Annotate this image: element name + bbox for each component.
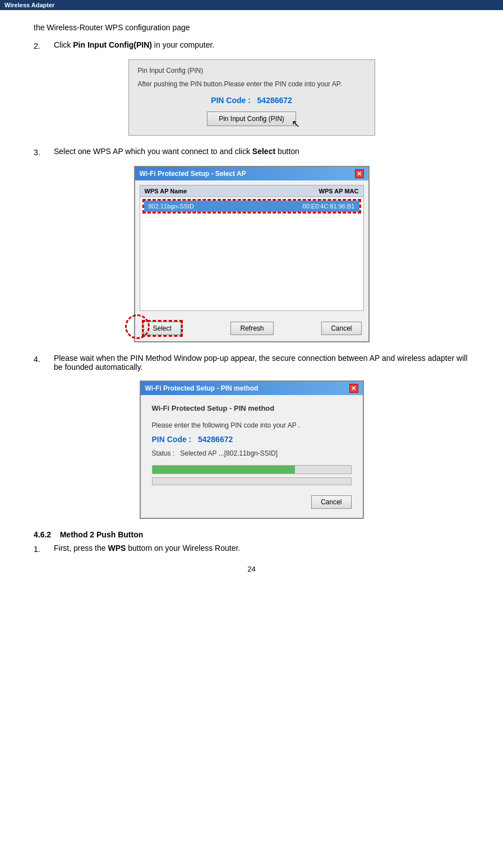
cancel-button[interactable]: Cancel [321,322,361,335]
pin-method-close-button[interactable]: ✕ [349,384,358,393]
dashed-circle [125,314,150,339]
step-1-462-text: First, press the WPS buttom on your Wire… [54,544,469,553]
section-462-heading: 4.6.2 Method 2 Push Button [34,530,469,539]
refresh-button[interactable]: Refresh [230,322,273,335]
pm-description: Please enter the following PIN code into… [152,421,352,429]
pm-status-value: Selected AP ...[802.11bgn-SSID] [180,449,278,457]
step-2-number: 2. [34,40,54,50]
top-bar: Wireless Adapter [0,0,503,10]
cursor-icon: ↖ [292,118,300,130]
pm-status: Status : Selected AP ...[802.11bgn-SSID] [152,449,352,457]
pin-code-display: PIN Code : 54286672 [138,96,366,105]
page-number: 24 [34,565,469,573]
intro-line: the Wireless-Router WPS configuration pa… [34,21,469,34]
pin-button-row: Pin Input Config (PIN) ↖ [138,112,366,126]
pin-method-screenshot: Wi-Fi Protected Setup - PIN method ✕ Wi-… [34,380,469,519]
pin-method-body: Wi-Fi Protected Setup - PIN method Pleas… [141,395,363,518]
pm-cancel-button[interactable]: Cancel [311,495,351,509]
step-1-462-row: 1. First, press the WPS buttom on your W… [34,544,469,554]
select-ap-wrapper: Wi-Fi Protected Setup - Select AP ✕ WPS … [134,166,370,342]
pm-cancel-row: Cancel [152,495,352,509]
col-name-header: WPS AP Name [145,188,252,194]
step-3-row: 3. Select one WPS AP which you want conn… [34,147,469,157]
ap-table-header: WPS AP Name WPS AP MAC [140,185,363,197]
intro-text: the Wireless-Router WPS configuration pa… [34,23,190,32]
pin-config-dialog: Pin Input Config (PIN) After pushing the… [128,59,375,136]
step-2-text: Click Pin Input Config(PIN) in your comp… [54,40,469,49]
ap-mac: 00:E0:4C:81:96:B1 [252,203,355,210]
pm-heading: Wi-Fi Protected Setup - PIN method [152,404,352,412]
pin-method-dialog: Wi-Fi Protected Setup - PIN method ✕ Wi-… [140,380,364,519]
section-462-number: 4.6.2 [34,530,51,539]
select-ap-footer: Select Refresh Cancel [135,315,368,341]
progress-track-2 [152,477,352,485]
step-4-number: 4. [34,354,54,364]
pin-config-title: Pin Input Config (PIN) [138,67,366,75]
select-ap-body: WPS AP Name WPS AP MAC 802.11bgn-SSID 00… [140,185,364,311]
select-ap-dialog: Wi-Fi Protected Setup - Select AP ✕ WPS … [134,166,370,342]
app-title: Wireless Adapter [4,2,54,8]
pm-status-label: Status : [152,449,175,457]
pin-config-desc: After pushing the PIN button.Please ente… [138,79,366,89]
pin-label: PIN Code : [211,96,251,105]
step-4-text: Please wait when the PIN Method Window p… [54,354,469,372]
step-4-row: 4. Please wait when the PIN Method Windo… [34,354,469,372]
step-1-462-number: 1. [34,544,54,554]
close-button[interactable]: ✕ [355,169,364,178]
pin-config-screenshot: Pin Input Config (PIN) After pushing the… [34,59,469,136]
section-462-title: Method 2 Push Button [60,530,144,539]
progress-track [152,465,352,474]
pm-pin-label: PIN Code : [152,435,192,444]
step-3-text: Select one WPS AP which you want connect… [54,147,469,156]
step-3-number: 3. [34,147,54,157]
pin-input-config-button[interactable]: Pin Input Config (PIN) ↖ [207,112,296,126]
ap-table-row[interactable]: 802.11bgn-SSID 00:E0:4C:81:96:B1 [144,201,359,212]
pm-pin-value: 54286672 [198,435,233,444]
step-2-bold: Pin Input Config(PIN) [73,40,152,49]
step-2-row: 2. Click Pin Input Config(PIN) in your c… [34,40,469,50]
pin-method-titlebar: Wi-Fi Protected Setup - PIN method ✕ [141,382,363,395]
select-ap-screenshot: Wi-Fi Protected Setup - Select AP ✕ WPS … [34,166,469,342]
select-ap-title: Wi-Fi Protected Setup - Select AP [140,170,246,178]
progress-bar [153,466,296,474]
step-1-462-bold: WPS [108,544,126,553]
ap-ssid: 802.11bgn-SSID [149,203,252,210]
main-content: the Wireless-Router WPS configuration pa… [0,10,503,596]
pin-method-title: Wi-Fi Protected Setup - PIN method [145,384,259,392]
col-mac-header: WPS AP MAC [252,188,359,194]
pm-pincode: PIN Code : 54286672 [152,435,352,444]
step-3-bold: Select [252,147,275,156]
ap-empty-area [140,215,363,310]
select-ap-titlebar: Wi-Fi Protected Setup - Select AP ✕ [135,167,368,180]
pin-value: 54286672 [257,96,292,105]
